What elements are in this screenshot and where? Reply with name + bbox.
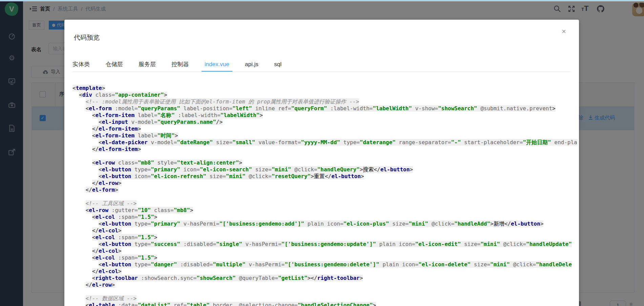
tab-service[interactable]: 服务层 [131,58,163,71]
code-line: <right-toolbar :showSearch.sync="showSea… [72,275,578,282]
code-line: <el-form-item label="名称" :label-width="l… [72,112,578,119]
tab-index-vue[interactable]: index.vue [198,58,236,71]
code-line: <el-form-item label="时间"> [72,132,578,139]
code-line: <el-col :span="1.5"> [72,214,578,221]
code-line: <template> [72,85,578,92]
code-line [72,288,578,295]
app-root: V ⚙ [0,0,644,306]
close-icon[interactable]: × [562,28,566,35]
code-line: <el-button type="success" :disabled="sin… [72,241,578,248]
code-line: <el-input v-model="queryParams.name"/> [72,119,578,126]
code-block[interactable]: <template> <div class="app-container"> <… [72,85,578,306]
code-line: <!-- 工具区域 --> [72,200,578,207]
code-line: <el-button type="primary" icon="el-icon-… [72,166,578,173]
tab-api-js[interactable]: api.js [238,58,266,71]
tab-repository[interactable]: 仓储层 [98,58,130,71]
code-line: <el-date-picker v-model="dateRange" size… [72,139,578,146]
code-line: </el-row> [72,282,578,288]
dialog-title: 代码预览 [74,33,100,42]
tab-sql[interactable]: sql [267,58,289,71]
tab-controller[interactable]: 控制器 [164,58,196,71]
code-line: <el-row class="mb8" style="text-align:ce… [72,159,578,166]
code-line: <el-col :span="1.5"> [72,234,578,241]
code-line: <el-button type="danger" :disabled="mult… [72,261,578,268]
code-line: <!-- 数据区域 --> [72,295,578,302]
code-line: </el-row> [72,180,578,187]
tab-entity[interactable]: 实体类 [72,58,97,71]
browser-top-strip [0,0,644,1]
code-line: </el-form> [72,187,578,193]
code-line: </el-form-item> [72,146,578,153]
code-line: <el-button icon="el-icon-refresh" size="… [72,173,578,180]
code-tabs: 实体类 仓储层 服务层 控制器 index.vue api.js sql [72,58,571,72]
code-line: <el-col :span="1.5"> [72,254,578,261]
code-line [72,193,578,200]
code-line: <el-table :data="dataList" ref="table" b… [72,302,578,306]
code-line: </el-col> [72,268,578,275]
code-line: </el-form-item> [72,126,578,132]
code-line: </el-col> [72,227,578,234]
code-line: <el-row :gutter="10" class="mb8"> [72,207,578,214]
code-line: <!-- :model属性用于表单验证使用 比如下面的el-form-item … [72,98,578,105]
code-line [72,153,578,159]
code-line: <div class="app-container"> [72,92,578,98]
code-preview-dialog: 代码预览 × 实体类 仓储层 服务层 控制器 index.vue api.js … [64,20,579,306]
code-line: <el-button type="primary" v-hasPermi="['… [72,221,578,227]
code-line: <el-form :model="queryParams" label-posi… [72,105,578,112]
code-line: </el-col> [72,248,578,254]
